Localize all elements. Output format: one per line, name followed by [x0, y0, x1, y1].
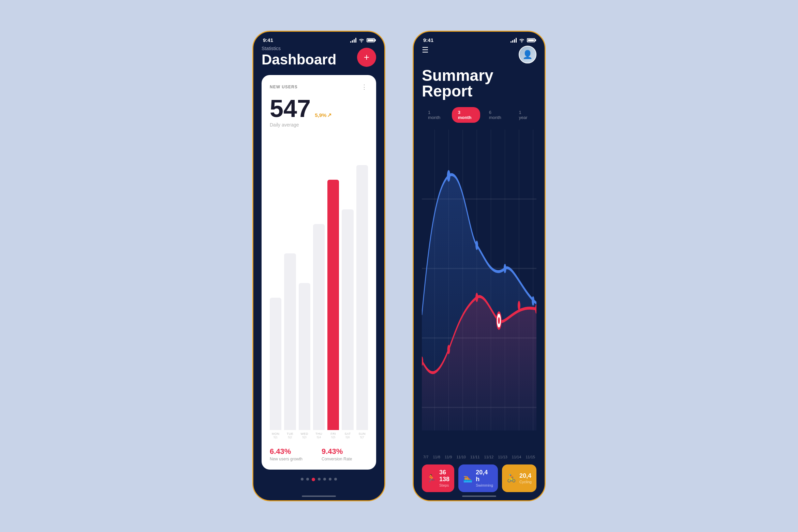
cycling-info: 20,4 Cycling: [519, 473, 532, 484]
bar-column: THU 5|4: [313, 136, 325, 439]
x-axis-label: 11/13: [498, 455, 507, 459]
status-time-2: 9:41: [423, 37, 433, 43]
add-button[interactable]: +: [357, 48, 376, 67]
activity-card-steps[interactable]: 🏃 36 138 Steps: [422, 464, 454, 492]
steps-label: Steps: [439, 483, 449, 487]
svg-point-13: [475, 241, 478, 250]
home-indicator-2: [414, 492, 545, 500]
svg-point-14: [504, 264, 506, 273]
avatar[interactable]: 👤: [519, 46, 536, 63]
bar: [327, 180, 339, 430]
chart-svg: [422, 130, 536, 454]
cycling-label: Cycling: [519, 480, 532, 484]
bar-column: MON 5|1: [270, 136, 281, 439]
x-axis-label: 11/10: [456, 455, 466, 459]
bar-date-label: 5|1: [274, 435, 278, 439]
stats-row: 6.43% New users growth 9.43% Conversion …: [270, 447, 368, 461]
steps-value: 36 138: [439, 469, 449, 483]
bar-wrap: [284, 136, 296, 430]
page-dot-4[interactable]: [323, 478, 326, 481]
menu-icon[interactable]: ☰: [422, 46, 429, 55]
bar-day-label: SAT: [344, 432, 351, 435]
svg-point-20: [498, 317, 500, 324]
bar-day-label: MON: [272, 432, 280, 435]
new-users-card: NEW USERS ⋮ 547 5,9% ↗ Daily average MON…: [262, 75, 376, 470]
swimming-info: 20,4 h Swimming: [476, 469, 493, 487]
cycling-icon: 🚴: [507, 474, 516, 483]
status-icons-2: [511, 38, 535, 43]
x-axis-label: 11/9: [445, 455, 452, 459]
dashboard-screen: Statistics Dashboard + NEW USERS ⋮ 547 5…: [253, 46, 384, 492]
bar-date-label: 5|5: [331, 435, 335, 439]
wifi-icon: [358, 38, 365, 43]
card-menu-button[interactable]: ⋮: [361, 83, 368, 91]
bar: [313, 224, 325, 430]
summary-phone: 9:41 ☰ 👤 Summary Report 1 month3 month6 …: [413, 31, 546, 501]
wifi-icon-2: [519, 38, 525, 43]
stat-value: 6.43%: [270, 447, 316, 456]
line-chart: [422, 130, 536, 454]
bar-wrap: [313, 136, 325, 430]
home-bar-2: [462, 496, 496, 497]
page-dot-2[interactable]: [312, 478, 315, 481]
signal-icon-2: [511, 38, 517, 43]
page-dot-6[interactable]: [334, 478, 337, 481]
x-axis-label: 11/12: [484, 455, 494, 459]
swimming-icon: 🏊: [463, 474, 472, 483]
x-axis-label: 7/7: [423, 455, 428, 459]
dashboard-phone: 9:41 Statistics Dashboard + NEW USERS ⋮: [252, 31, 385, 501]
page-dot-3[interactable]: [318, 478, 321, 481]
activity-card-swimming[interactable]: 🏊 20,4 h Swimming: [458, 464, 498, 492]
bar-column: TUE 5|2: [284, 136, 296, 439]
bar-date-label: 5|4: [317, 435, 321, 439]
swimming-label: Swimming: [476, 483, 493, 487]
page-dot-0[interactable]: [301, 478, 304, 481]
page-dot-1[interactable]: [306, 478, 309, 481]
x-axis-label: 11/14: [512, 455, 521, 459]
bar-date-label: 5|6: [345, 435, 350, 439]
bar: [299, 283, 310, 430]
trend-badge: 5,9% ↗: [315, 113, 331, 118]
cycling-value: 20,4: [519, 473, 532, 479]
svg-point-21: [518, 301, 520, 310]
activity-card-cycling[interactable]: 🚴 20,4 Cycling: [502, 464, 536, 492]
bar: [284, 253, 296, 430]
summary-screen: ☰ 👤 Summary Report 1 month3 month6 month…: [414, 46, 545, 492]
status-bar-2: 9:41: [414, 32, 545, 46]
stat-value: 9.43%: [322, 447, 368, 456]
report-title: Summary Report: [422, 68, 536, 99]
status-bar: 9:41: [253, 32, 384, 46]
bar-column: FRI 5|5: [327, 136, 339, 439]
steps-info: 36 138 Steps: [439, 469, 449, 487]
time-filter-6-month[interactable]: 6 month: [483, 107, 510, 123]
daily-average-label: Daily average: [270, 122, 368, 128]
time-filter-1-year[interactable]: 1 year: [513, 107, 536, 123]
bar-day-label: FRI: [330, 432, 336, 435]
status-time: 9:41: [263, 37, 273, 43]
card-title: NEW USERS: [270, 85, 298, 89]
time-filter-1-month[interactable]: 1 month: [422, 107, 449, 123]
bar-day-label: TUE: [287, 432, 294, 435]
user-count: 547 5,9% ↗: [270, 96, 368, 121]
stat-item: 6.43% New users growth: [270, 447, 316, 461]
svg-point-18: [475, 293, 478, 302]
bar-wrap: [342, 136, 353, 430]
time-filter-3-month[interactable]: 3 month: [452, 107, 480, 123]
bar-wrap: [299, 136, 310, 430]
page-dot-5[interactable]: [329, 478, 331, 481]
x-axis-label: 11/11: [470, 455, 480, 459]
page-label: Statistics: [262, 46, 336, 51]
dashboard-header: Statistics Dashboard +: [262, 46, 376, 67]
trend-arrow-icon: ↗: [327, 113, 331, 118]
bar-wrap: [270, 136, 281, 430]
bar-column: SUN 5|7: [356, 136, 368, 439]
battery-icon: [367, 38, 375, 42]
battery-icon-2: [527, 38, 535, 42]
bar-date-label: 5|2: [288, 435, 292, 439]
bar: [270, 298, 281, 430]
x-axis-label: 11/15: [526, 455, 535, 459]
x-axis-labels: 7/711/811/911/1011/1111/1211/1311/1411/1…: [422, 455, 536, 459]
bar-date-label: 5|7: [360, 435, 364, 439]
home-indicator: [253, 492, 384, 500]
bar-column: WED 5|3: [299, 136, 310, 439]
